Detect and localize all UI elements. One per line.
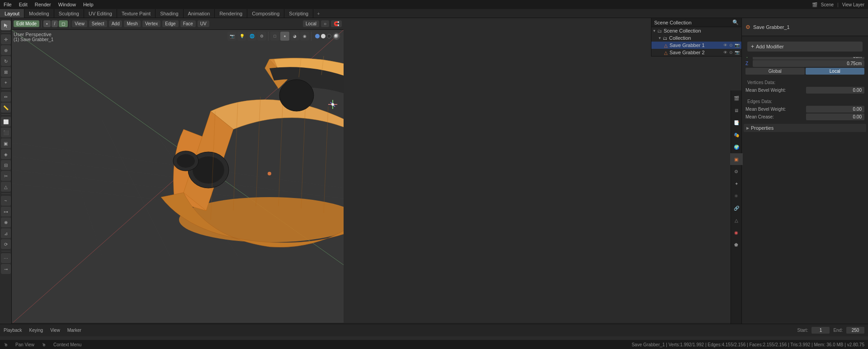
solid-shading-btn[interactable]: ● [280, 32, 289, 41]
tab-scripting[interactable]: Scripting [284, 9, 313, 18]
select-menu-btn[interactable]: Select [89, 20, 107, 27]
add-menu-btn[interactable]: Add [109, 20, 123, 27]
material-shading-btn[interactable]: ◕ [290, 32, 299, 41]
output-properties-icon[interactable]: 🖥 [730, 104, 743, 116]
tool-add-cube[interactable]: ⬜ [1, 117, 11, 127]
modifier-properties-icon[interactable]: ⚙ [730, 165, 743, 177]
global-toggle-btn[interactable]: Global [745, 68, 805, 75]
viewport-vis-icon-1[interactable]: ⊙ [729, 43, 733, 47]
face-select-btn[interactable]: ◻ [59, 20, 68, 27]
object-properties-icon[interactable]: ▣ [730, 153, 743, 165]
outliner-item-savegrabber2[interactable]: △ Save Grabber 2 👁 ⊙ 📷 [651, 49, 741, 56]
outliner-item-scene-collection[interactable]: ▾ 🗂 Scene Collection [651, 27, 741, 34]
constraints-properties-icon[interactable]: 🔗 [730, 202, 743, 214]
tool-transform[interactable]: ⌖ [1, 78, 11, 88]
view-layer-properties-icon[interactable]: 📑 [730, 117, 743, 128]
render-icon-1[interactable]: 📷 [735, 43, 740, 47]
menu-render[interactable]: Render [31, 1, 55, 8]
3d-viewport[interactable]: User Perspective (1) Save Grabber_1 [12, 30, 344, 324]
tool-rip-region[interactable]: ⊸ [1, 264, 11, 274]
view-menu-btn[interactable]: View [47, 327, 64, 334]
uv-menu-btn[interactable]: UV [198, 20, 209, 27]
wireframe-shading-btn[interactable]: □ [270, 32, 279, 41]
add-workspace-tab[interactable]: + [313, 10, 323, 17]
add-modifier-btn[interactable]: + Add Modifier [747, 42, 863, 52]
overlay-settings-btn[interactable]: ⚙ [257, 32, 266, 41]
edge-select-btn[interactable]: / [52, 20, 58, 27]
tool-edge-slide[interactable]: ⊶ [1, 207, 11, 217]
mesh-menu-btn[interactable]: Mesh [124, 20, 140, 27]
tab-compositing[interactable]: Compositing [247, 9, 284, 18]
properties-sub-header[interactable]: ▶ Properties [744, 124, 866, 132]
outliner-item-savegrabber1[interactable]: △ Save Grabber 1 👁 ⊙ 📷 [651, 42, 741, 49]
tool-extrude[interactable]: ⬛ [1, 127, 11, 137]
scene-properties-icon[interactable]: 🎭 [730, 129, 743, 141]
viewport-vis-icon-2[interactable]: ⊙ [729, 50, 733, 55]
mean-crease-value[interactable]: 0.00 [806, 113, 864, 120]
tool-crease[interactable]: ⋯ [1, 253, 11, 263]
tool-inset[interactable]: ▣ [1, 138, 11, 148]
proportional-edit-btn[interactable]: ○ [321, 20, 329, 27]
eye-icon-1[interactable]: 👁 [723, 43, 727, 47]
tab-uv-editing[interactable]: UV Editing [84, 9, 117, 18]
snap-btn[interactable]: 🧲 [331, 20, 342, 27]
tab-texture-paint[interactable]: Texture Paint [117, 9, 156, 18]
face-menu-btn[interactable]: Face [180, 20, 196, 27]
camera-view-btn[interactable]: 📷 [227, 32, 236, 41]
view-menu-btn[interactable]: View [72, 20, 87, 27]
rendered-shading-btn[interactable]: ◉ [300, 32, 309, 41]
tab-rendering[interactable]: Rendering [215, 9, 247, 18]
tool-loop-cut[interactable]: ⊟ [1, 160, 11, 170]
tab-layout[interactable]: Layout [0, 9, 24, 18]
edit-mode-dropdown[interactable]: Edit Mode [14, 20, 39, 27]
tool-shear[interactable]: ⊿ [1, 228, 11, 238]
tab-shading[interactable]: Shading [156, 9, 183, 18]
tool-annotate[interactable]: ✏ [1, 92, 11, 102]
eye-icon-2[interactable]: 👁 [723, 50, 727, 55]
tab-sculpting[interactable]: Sculpting [54, 9, 84, 18]
vertex-menu-btn[interactable]: Vertex [142, 20, 160, 27]
world-properties-icon[interactable]: 🌍 [730, 141, 743, 153]
object-data-properties-icon[interactable]: △ [730, 214, 743, 226]
local-toggle-btn[interactable]: Local [806, 68, 865, 75]
tool-polypen[interactable]: △ [1, 182, 11, 192]
start-frame-field[interactable]: 1 [811, 327, 830, 334]
tab-animation[interactable]: Animation [184, 9, 215, 18]
tool-scale[interactable]: ⊠ [1, 67, 11, 77]
keying-menu-btn[interactable]: Keying [26, 327, 47, 334]
median-z-value[interactable]: 0.75cm [753, 60, 864, 67]
edges-mean-bevel-value[interactable]: 0.00 [806, 106, 864, 113]
physics-properties-icon[interactable]: ⚛ [730, 190, 743, 202]
marker-menu-btn[interactable]: Marker [64, 327, 85, 334]
vertex-select-btn[interactable]: ▪ [43, 20, 51, 27]
transform-space-btn[interactable]: Local [303, 20, 319, 27]
menu-help[interactable]: Help [80, 1, 97, 8]
playback-menu-btn[interactable]: Playback [0, 327, 26, 334]
outliner-filter-icon[interactable]: 🔍 [732, 19, 739, 25]
tool-rotate[interactable]: ↻ [1, 56, 11, 66]
mean-bevel-weight-value[interactable]: 0.00 [806, 87, 864, 94]
edge-menu-btn[interactable]: Edge [162, 20, 178, 27]
tool-knife[interactable]: ✂ [1, 171, 11, 181]
tool-shrink-fatten[interactable]: ❋ [1, 217, 11, 227]
tool-select[interactable] [1, 20, 11, 30]
menu-file[interactable]: File [0, 1, 15, 8]
shading-light-btn[interactable]: 💡 [237, 32, 246, 41]
outliner-item-collection[interactable]: ▾ 🗂 Collection [651, 34, 741, 42]
tool-move[interactable]: ⊕ [1, 45, 11, 55]
render-icon-2[interactable]: 📷 [735, 50, 740, 55]
tool-smooth[interactable]: ~ [1, 196, 11, 206]
tab-modeling[interactable]: Modeling [24, 9, 54, 18]
tool-cursor[interactable]: ✛ [1, 34, 11, 44]
material-properties-icon[interactable]: ◉ [730, 226, 743, 238]
shading-world-btn[interactable]: 🌐 [247, 32, 256, 41]
shader-nodes-icon[interactable]: ⬟ [730, 239, 743, 250]
menu-window[interactable]: Window [55, 1, 80, 8]
tool-spin[interactable]: ⟳ [1, 239, 11, 249]
tool-bevel[interactable]: ◈ [1, 149, 11, 159]
end-frame-field[interactable]: 250 [846, 327, 864, 334]
particles-properties-icon[interactable]: ✦ [730, 178, 743, 189]
tool-measure[interactable]: 📏 [1, 103, 11, 113]
menu-edit[interactable]: Edit [15, 1, 31, 8]
render-properties-icon[interactable]: 🎬 [730, 92, 743, 104]
